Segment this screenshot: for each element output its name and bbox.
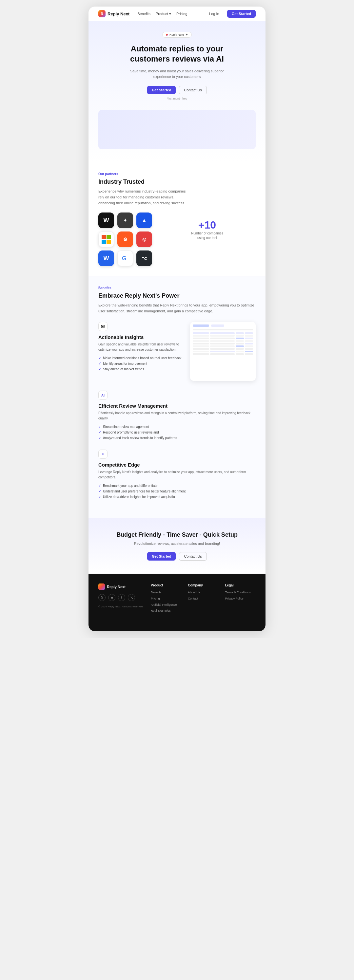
footer-terms-link[interactable]: Terms & Conditions xyxy=(225,590,256,595)
cta-buttons: Get Started Contact Us xyxy=(98,552,256,560)
hero-subtitle: Save time, money and boost your sales de… xyxy=(128,68,226,79)
partner-logo-4 xyxy=(98,231,114,247)
benefit-2-icon: AI xyxy=(98,391,107,400)
partner-logo-9: ⌥ xyxy=(136,250,152,266)
hero-badge: Reply Next ✦ xyxy=(162,32,192,38)
check-icon: ✓ xyxy=(98,368,101,371)
footer-grid: Reply Next 𝕏 in f ⌥ © 2024 Reply Next. A… xyxy=(98,584,256,614)
partners-desc: Experience why numerous industry-leading… xyxy=(98,189,190,206)
hero-footnote: First month free xyxy=(98,97,256,100)
hero-section: Reply Next ✦ Automate replies to your cu… xyxy=(88,21,266,162)
hero-cta-button[interactable]: Get Started xyxy=(147,86,176,94)
partner-logo-6: ◎ xyxy=(136,231,152,247)
benefit-2-list: ✓ Streamline review management ✓ Respond… xyxy=(98,425,256,440)
hero-contact-button[interactable]: Contact Us xyxy=(179,86,206,94)
benefits-desc: Explore the wide-ranging benefits that R… xyxy=(98,302,256,314)
logo-icon: R xyxy=(98,10,105,18)
linkedin-icon[interactable]: in xyxy=(108,594,115,601)
logo-text: Reply Next xyxy=(107,11,129,16)
benefit-1-item-2: ✓ Identify areas for improvement xyxy=(98,362,183,366)
svg-rect-2 xyxy=(102,240,106,244)
footer-contact-link[interactable]: Contact xyxy=(188,597,218,601)
benefits-section: Benefits Embrace Reply Next's Power Expl… xyxy=(88,276,266,518)
benefit-1-item-1: ✓ Make informed decisions based on real … xyxy=(98,356,183,360)
nav-cta-button[interactable]: Get Started xyxy=(227,10,256,18)
check-icon: ✓ xyxy=(98,431,101,434)
benefit-3-item-1: ✓ Benchmark your app and differentiate xyxy=(98,484,256,488)
benefit-2-desc: Effortlessly handle app reviews and rati… xyxy=(98,410,256,421)
footer-logo-icon xyxy=(98,584,105,590)
nav-login[interactable]: Log In xyxy=(209,12,219,16)
nav-links: Benefits Product ▾ Pricing xyxy=(137,12,187,16)
benefit-2-item-3: ✓ Analyze and track review trends to ide… xyxy=(98,436,256,440)
partner-logos: W ✦ ▲ ⚙ ◎ W G ⌥ xyxy=(98,213,152,266)
footer-product-title: Product xyxy=(151,584,181,587)
footer-logo: Reply Next xyxy=(98,584,144,590)
footer-company-title: Company xyxy=(188,584,218,587)
badge-dot-icon xyxy=(166,34,168,36)
benefit-competitive-edge: ✦ Competitive Edge Leverage Reply Next's… xyxy=(98,450,256,499)
footer-product-col: Product Benefits Pricing Artificial Inte… xyxy=(151,584,181,614)
benefits-title: Embrace Reply Next's Power xyxy=(98,293,256,299)
check-icon: ✓ xyxy=(98,362,101,366)
benefit-1-list: ✓ Make informed decisions based on real … xyxy=(98,356,183,371)
benefit-1-icon: ✉ xyxy=(98,322,107,331)
nav-pricing[interactable]: Pricing xyxy=(176,12,188,16)
hero-buttons: Get Started Contact Us xyxy=(98,86,256,94)
nav-logo[interactable]: R Reply Next xyxy=(98,10,129,18)
benefit-3-item-2: ✓ Understand user preferences for better… xyxy=(98,490,256,493)
partner-logo-7: W xyxy=(98,250,114,266)
cta-section: Budget Friendly - Time Saver - Quick Set… xyxy=(88,518,266,574)
twitter-icon[interactable]: 𝕏 xyxy=(98,594,105,601)
benefit-3-list: ✓ Benchmark your app and differentiate ✓… xyxy=(98,484,256,499)
footer-copyright: © 2024 Reply Next. All rights reserved. xyxy=(98,605,144,608)
partner-logo-2: ✦ xyxy=(117,213,133,228)
benefits-header: Benefits Embrace Reply Next's Power Expl… xyxy=(98,286,256,314)
github-icon[interactable]: ⌥ xyxy=(128,594,135,601)
benefits-label: Benefits xyxy=(98,286,256,290)
check-icon: ✓ xyxy=(98,490,101,493)
footer-brand-text: Reply Next xyxy=(107,585,126,589)
partners-grid: W ✦ ▲ ⚙ ◎ W G ⌥ +10 Number of companies … xyxy=(98,213,256,266)
cta-contact-button[interactable]: Contact Us xyxy=(179,552,206,560)
footer-about-link[interactable]: About Us xyxy=(188,590,218,595)
partner-logo-1: W xyxy=(98,213,114,228)
partner-stats: +10 Number of companies using our tool xyxy=(159,213,256,240)
hero-title: Automate replies to your customers revie… xyxy=(118,43,236,64)
footer-legal-title: Legal xyxy=(225,584,256,587)
check-icon: ✓ xyxy=(98,356,101,360)
footer-examples-link[interactable]: Real Examples xyxy=(151,609,181,613)
cta-get-started-button[interactable]: Get Started xyxy=(147,552,176,560)
facebook-icon[interactable]: f xyxy=(118,594,125,601)
benefit-2-item-2: ✓ Respond promptly to user reviews and xyxy=(98,431,256,434)
check-icon: ✓ xyxy=(98,436,101,440)
benefit-1-text: ✉ Actionable Insights Gain specific and … xyxy=(98,322,183,371)
benefit-1-title: Actionable Insights xyxy=(98,334,183,340)
benefit-1-content: ✉ Actionable Insights Gain specific and … xyxy=(98,322,256,381)
footer-brand-col: Reply Next 𝕏 in f ⌥ © 2024 Reply Next. A… xyxy=(98,584,144,614)
svg-text:G: G xyxy=(122,255,126,262)
partners-section: Our partners Industry Trusted Experience… xyxy=(88,162,266,276)
footer-privacy-link[interactable]: Privacy Policy xyxy=(225,597,256,601)
footer-benefits-link[interactable]: Benefits xyxy=(151,590,181,595)
benefit-review-management: AI Efficient Review Management Effortles… xyxy=(98,391,256,440)
navbar: R Reply Next Benefits Product ▾ Pricing … xyxy=(88,6,266,21)
benefit-3-item-3: ✓ Utilize data-driven insights for impro… xyxy=(98,495,256,499)
cta-title: Budget Friendly - Time Saver - Quick Set… xyxy=(98,531,256,538)
benefit-2-title: Efficient Review Management xyxy=(98,403,256,409)
benefit-2-item-1: ✓ Streamline review management xyxy=(98,425,256,429)
footer-socials: 𝕏 in f ⌥ xyxy=(98,594,144,601)
svg-rect-0 xyxy=(102,235,106,239)
benefit-1-screenshot xyxy=(190,322,256,381)
partners-label: Our partners xyxy=(98,172,256,176)
footer-legal-col: Legal Terms & Conditions Privacy Policy xyxy=(225,584,256,614)
footer-pricing-link[interactable]: Pricing xyxy=(151,597,181,601)
footer-company-col: Company About Us Contact xyxy=(188,584,218,614)
stat-label: Number of companies using our tool xyxy=(159,231,256,240)
footer-ai-link[interactable]: Artificial Intelligence xyxy=(151,603,181,607)
benefit-3-title: Competitive Edge xyxy=(98,462,256,468)
nav-product[interactable]: Product ▾ xyxy=(156,12,171,16)
nav-benefits[interactable]: Benefits xyxy=(137,12,150,16)
benefit-3-desc: Leverage Reply Next's insights and analy… xyxy=(98,469,256,480)
cta-subtitle: Revolutionize reviews, accelerate sales … xyxy=(98,542,256,546)
